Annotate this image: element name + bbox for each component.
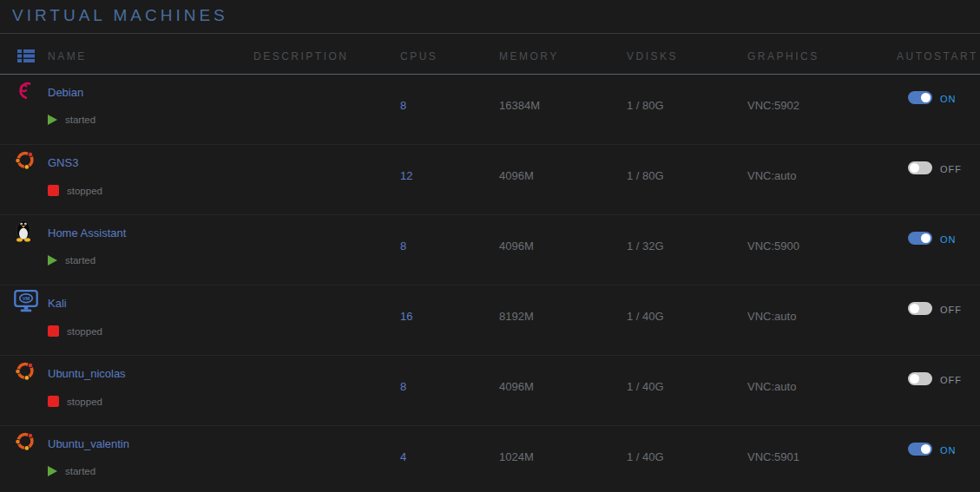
vm-status: stopped — [48, 325, 253, 337]
vm-status-text: started — [65, 466, 95, 476]
tux-linux-icon — [13, 218, 34, 246]
started-play-icon — [48, 255, 57, 266]
vm-monitor-icon — [13, 288, 39, 316]
autostart-label: ON — [940, 234, 957, 245]
autostart-label: OFF — [940, 305, 962, 315]
autostart-label: OFF — [940, 375, 962, 385]
vm-icon-cell — [0, 145, 48, 214]
vm-vdisks: 1 / 80G — [627, 145, 747, 214]
ubuntu-icon — [13, 358, 37, 386]
autostart-label: ON — [940, 94, 957, 104]
autostart-label: ON — [940, 445, 957, 456]
column-header-vdisks[interactable]: VDISKS — [627, 45, 747, 62]
autostart-toggle[interactable] — [908, 443, 932, 456]
vm-cpus-link[interactable]: 12 — [400, 169, 412, 182]
vm-memory: 1024M — [499, 426, 627, 492]
vm-description — [253, 75, 400, 144]
vm-name-link[interactable]: Ubuntu_nicolas — [48, 367, 126, 380]
autostart-toggle[interactable] — [908, 161, 932, 174]
vm-cpus-link[interactable]: 16 — [400, 310, 412, 323]
vm-status-text: started — [65, 255, 95, 266]
table-header-row: NAME DESCRIPTION CPUS MEMORY VDISKS GRAP… — [0, 34, 980, 75]
autostart-toggle[interactable] — [908, 232, 932, 245]
started-play-icon — [48, 115, 57, 125]
list-view-icon[interactable] — [0, 43, 48, 66]
table-row: Debian started 8 16384M 1 / 80G VNC:5902… — [0, 75, 980, 145]
stopped-stop-icon — [48, 325, 59, 337]
column-header-name[interactable]: NAME — [48, 45, 253, 62]
vm-vdisks: 1 / 32G — [627, 215, 747, 285]
column-header-memory[interactable]: MEMORY — [499, 45, 627, 62]
table-row: Ubuntu_valentin started 4 1024M 1 / 40G … — [0, 426, 980, 492]
page-header: VIRTUAL MACHINES — [0, 0, 980, 33]
debian-icon — [13, 77, 36, 105]
vm-name-link[interactable]: GNS3 — [48, 156, 78, 169]
autostart-toggle[interactable] — [908, 91, 932, 104]
vm-status: started — [48, 466, 253, 476]
vm-status: stopped — [48, 185, 253, 196]
toggle-knob — [910, 163, 919, 173]
vm-vdisks: 1 / 80G — [627, 75, 747, 144]
vm-status-text: stopped — [67, 397, 102, 407]
vm-name-link[interactable]: Kali — [48, 297, 67, 310]
vm-status-text: stopped — [67, 326, 102, 337]
vm-status: started — [48, 115, 253, 125]
virtual-machines-page: VIRTUAL MACHINES NAME DESCRIPTION CPUS M… — [0, 0, 980, 492]
vm-memory: 4096M — [499, 356, 627, 425]
vm-vdisks: 1 / 40G — [627, 356, 747, 425]
vm-icon-cell — [0, 215, 48, 285]
vm-icon-cell — [0, 426, 48, 492]
stopped-stop-icon — [48, 396, 59, 407]
autostart-label: OFF — [940, 164, 962, 174]
started-play-icon — [48, 466, 57, 476]
ubuntu-icon — [13, 148, 37, 175]
column-header-graphics[interactable]: GRAPHICS — [747, 45, 897, 62]
vm-graphics: VNC:5900 — [747, 215, 897, 285]
column-header-autostart[interactable]: AUTOSTART — [897, 45, 980, 62]
vm-memory: 4096M — [499, 215, 627, 285]
page-title: VIRTUAL MACHINES — [12, 6, 228, 24]
vm-graphics: VNC:5901 — [747, 426, 897, 492]
vm-cpus-link[interactable]: 4 — [400, 450, 406, 463]
column-header-cpus[interactable]: CPUS — [400, 45, 499, 62]
autostart-toggle[interactable] — [908, 372, 932, 385]
vm-cpus-link[interactable]: 8 — [400, 99, 406, 112]
vm-description — [253, 145, 400, 214]
vm-icon-cell — [0, 285, 48, 355]
vm-status-text: started — [65, 115, 95, 125]
vm-name-link[interactable]: Debian — [48, 86, 83, 99]
vm-description — [253, 356, 400, 425]
toggle-knob — [910, 374, 919, 384]
vm-name-link[interactable]: Ubuntu_valentin — [48, 437, 129, 450]
vm-graphics: VNC:auto — [747, 145, 897, 214]
vm-icon-cell — [0, 356, 48, 425]
vm-cpus-link[interactable]: 8 — [400, 239, 406, 253]
vm-graphics: VNC:auto — [747, 356, 897, 425]
vm-description — [253, 426, 400, 492]
toggle-knob — [910, 304, 919, 313]
vm-name-link[interactable]: Home Assistant — [48, 226, 126, 239]
vm-memory: 8192M — [499, 285, 627, 355]
vm-graphics: VNC:5902 — [747, 75, 897, 144]
stopped-stop-icon — [48, 185, 59, 196]
vm-description — [253, 285, 400, 355]
vm-status: started — [48, 255, 253, 266]
vm-cpus-link[interactable]: 8 — [400, 380, 406, 393]
vm-graphics: VNC:auto — [747, 285, 897, 355]
vm-memory: 4096M — [499, 145, 627, 214]
vm-status: stopped — [48, 396, 253, 407]
table-row: Ubuntu_nicolas stopped 8 4096M 1 / 40G V… — [0, 356, 980, 426]
table-row: Kali stopped 16 8192M 1 / 40G VNC:auto O… — [0, 285, 980, 356]
vm-description — [253, 215, 400, 285]
toggle-knob — [921, 93, 931, 102]
table-row: Home Assistant started 8 4096M 1 / 32G V… — [0, 215, 980, 285]
vm-vdisks: 1 / 40G — [627, 426, 747, 492]
ubuntu-icon — [13, 429, 37, 456]
vm-memory: 16384M — [499, 75, 627, 144]
vm-vdisks: 1 / 40G — [627, 285, 747, 355]
autostart-toggle[interactable] — [908, 302, 932, 315]
column-header-description[interactable]: DESCRIPTION — [253, 45, 400, 62]
vm-status-text: stopped — [67, 186, 102, 196]
vm-icon-cell — [0, 75, 48, 144]
toggle-knob — [921, 233, 931, 243]
